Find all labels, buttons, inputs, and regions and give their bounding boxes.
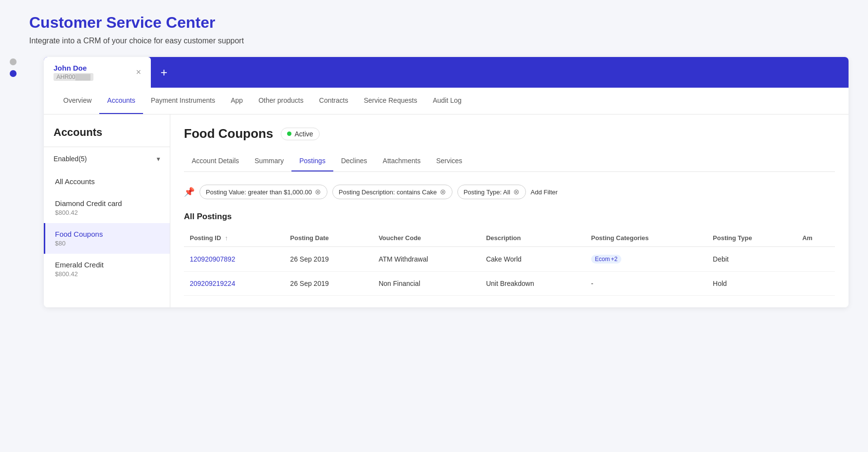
- accounts-filter-dropdown[interactable]: Enabled(5) ▾: [44, 147, 170, 170]
- filter-chip-value-label: Posting Value: greater than $1,000.00: [206, 188, 312, 196]
- tab-accounts[interactable]: Accounts: [99, 88, 143, 114]
- detail-tab-services[interactable]: Services: [428, 151, 470, 171]
- account-item-diamond[interactable]: Diamond Credit card $800.42: [44, 192, 170, 223]
- add-tab-button[interactable]: +: [151, 66, 177, 79]
- account-name-diamond: Diamond Credit card: [55, 199, 160, 207]
- status-badge: Active: [281, 128, 319, 140]
- account-balance-diamond: $800.42: [55, 209, 160, 216]
- posting-id-link-1[interactable]: 120920907892: [190, 255, 235, 263]
- user-name: John Doe: [54, 64, 93, 72]
- col-amount: Am: [796, 229, 835, 247]
- cell-description-1: Cake World: [480, 247, 585, 272]
- cell-type-1: Debit: [707, 247, 796, 272]
- remove-filter-description-button[interactable]: ⊗: [440, 188, 446, 196]
- status-dot-active: [287, 132, 291, 136]
- detail-tab-postings[interactable]: Postings: [291, 151, 333, 171]
- account-item-food-coupons[interactable]: Food Coupons $80: [44, 223, 170, 254]
- account-name-emerald: Emerald Credit: [55, 261, 160, 269]
- tab-app[interactable]: App: [223, 88, 251, 114]
- tab-service-requests[interactable]: Service Requests: [356, 88, 425, 114]
- close-tab-button[interactable]: ×: [136, 67, 141, 77]
- page-title: Customer Service Center: [29, 14, 849, 32]
- pin-icon: 📌: [184, 187, 195, 197]
- filter-chip-type-label: Posting Type: All: [464, 188, 510, 196]
- all-accounts-item[interactable]: All Accounts: [44, 170, 170, 192]
- add-filter-button[interactable]: Add Filter: [531, 188, 558, 196]
- cell-amount-2: [796, 272, 835, 296]
- extra-categories-1: +2: [611, 256, 617, 263]
- postings-table: Posting ID ↑ Posting Date Voucher Code D…: [184, 229, 835, 296]
- nav-tabs: Overview Accounts Payment Instruments Ap…: [44, 88, 849, 114]
- filter-chip-description[interactable]: Posting Description: contains Cake ⊗: [332, 185, 452, 199]
- col-posting-categories: Posting Categories: [585, 229, 707, 247]
- cell-categories-1: Ecom +2: [585, 247, 707, 272]
- tab-contracts[interactable]: Contracts: [311, 88, 356, 114]
- col-posting-type: Posting Type: [707, 229, 796, 247]
- category-badge-1[interactable]: Ecom +2: [591, 255, 621, 264]
- account-balance-food-coupons: $80: [55, 240, 160, 247]
- detail-tabs: Account Details Summary Postings Decline…: [184, 151, 835, 172]
- col-posting-id[interactable]: Posting ID ↑: [184, 229, 284, 247]
- cell-date-1: 26 Sep 2019: [284, 247, 373, 272]
- filter-bar: 📌 Posting Value: greater than $1,000.00 …: [184, 180, 835, 204]
- user-tab[interactable]: John Doe AHR00████ ×: [44, 57, 151, 88]
- cell-posting-id-2: 209209219224: [184, 272, 284, 296]
- col-description: Description: [480, 229, 585, 247]
- sidebar-dot-1: [10, 58, 17, 65]
- all-accounts-label: All Accounts: [55, 177, 160, 186]
- cell-description-2: Unit Breakdown: [480, 272, 585, 296]
- cell-voucher-1: ATM Withdrawal: [373, 247, 480, 272]
- filter-chip-value[interactable]: Posting Value: greater than $1,000.00 ⊗: [199, 185, 327, 199]
- account-item-emerald[interactable]: Emerald Credit $800.42: [44, 254, 170, 284]
- sort-posting-id-icon: ↑: [225, 234, 228, 242]
- remove-filter-type-button[interactable]: ⊗: [513, 188, 520, 196]
- cell-categories-2: -: [585, 272, 707, 296]
- detail-tab-attachments[interactable]: Attachments: [375, 151, 429, 171]
- tab-other-products[interactable]: Other products: [251, 88, 311, 114]
- filter-label: Enabled(5): [54, 155, 87, 163]
- sidebar-dot-2: [10, 70, 17, 77]
- filter-chip-type[interactable]: Posting Type: All ⊗: [457, 185, 526, 199]
- cell-type-2: Hold: [707, 272, 796, 296]
- user-id: AHR00████: [54, 73, 93, 81]
- tab-bar: John Doe AHR00████ × +: [44, 57, 849, 88]
- tab-overview[interactable]: Overview: [55, 88, 99, 114]
- cell-date-2: 26 Sep 2019: [284, 272, 373, 296]
- table-row: 120920907892 26 Sep 2019 ATM Withdrawal …: [184, 247, 835, 272]
- postings-section-title: All Postings: [184, 212, 835, 222]
- status-label: Active: [294, 130, 313, 138]
- accounts-heading: Accounts: [44, 126, 170, 147]
- cell-posting-id-1: 120920907892: [184, 247, 284, 272]
- category-link-1[interactable]: Ecom: [595, 256, 610, 263]
- chevron-down-icon: ▾: [157, 155, 160, 163]
- filter-chip-description-label: Posting Description: contains Cake: [339, 188, 437, 196]
- remove-filter-value-button[interactable]: ⊗: [315, 188, 321, 196]
- account-balance-emerald: $800.42: [55, 270, 160, 278]
- main-content: Accounts Enabled(5) ▾ All Accounts Diamo…: [44, 114, 849, 307]
- detail-tab-account-details[interactable]: Account Details: [184, 151, 247, 171]
- cell-amount-1: [796, 247, 835, 272]
- posting-id-link-2[interactable]: 209209219224: [190, 280, 235, 287]
- col-posting-date: Posting Date: [284, 229, 373, 247]
- account-header: Food Coupons Active: [184, 126, 835, 141]
- account-title: Food Coupons: [184, 126, 273, 141]
- cell-voucher-2: Non Financial: [373, 272, 480, 296]
- tab-payment-instruments[interactable]: Payment Instruments: [143, 88, 223, 114]
- accounts-sidebar: Accounts Enabled(5) ▾ All Accounts Diamo…: [44, 114, 170, 307]
- col-voucher-code: Voucher Code: [373, 229, 480, 247]
- detail-tab-summary[interactable]: Summary: [247, 151, 291, 171]
- detail-panel: Food Coupons Active Account Details Summ…: [170, 114, 849, 307]
- detail-tab-declines[interactable]: Declines: [333, 151, 375, 171]
- table-row: 209209219224 26 Sep 2019 Non Financial U…: [184, 272, 835, 296]
- account-name-food-coupons: Food Coupons: [55, 230, 160, 238]
- tab-audit-log[interactable]: Audit Log: [425, 88, 469, 114]
- page-subtitle: Integrate into a CRM of your choice for …: [29, 37, 849, 45]
